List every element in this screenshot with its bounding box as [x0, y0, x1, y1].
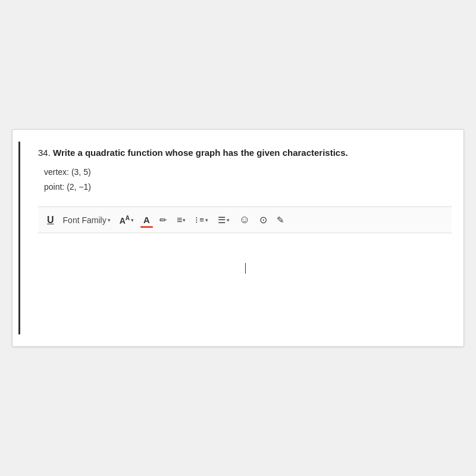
- font-family-dropdown-arrow: ▾: [108, 217, 111, 223]
- text-cursor: [245, 263, 246, 274]
- answer-area[interactable]: [38, 233, 452, 328]
- bullet-list-dropdown-arrow: ▾: [227, 217, 230, 223]
- question-details: vertex: (3, 5) point: (2, −1): [38, 165, 452, 195]
- font-family-selector[interactable]: Font Family ▾: [61, 214, 113, 227]
- aa-text: AA: [120, 215, 130, 226]
- emoji-button[interactable]: ☺: [236, 212, 253, 228]
- numbered-list-icon: ⁝: [195, 215, 198, 226]
- bullet-list-icon: ☰: [218, 215, 226, 226]
- align-left-button[interactable]: ≡ ▾: [174, 213, 189, 227]
- draw-button[interactable]: ✎: [274, 213, 287, 227]
- highlight-icon: ✏: [159, 215, 167, 226]
- question-section: 34. Write a quadratic function whose gra…: [18, 142, 464, 334]
- font-size-button[interactable]: AA ▾: [117, 213, 137, 227]
- numbered-list-dropdown-arrow: ▾: [205, 217, 208, 223]
- bullet-list-button[interactable]: ☰ ▾: [215, 213, 233, 227]
- draw-icon: ✎: [277, 215, 284, 226]
- question-label: Write a quadratic function whose graph h…: [53, 148, 348, 158]
- highlight-button[interactable]: ✏: [156, 213, 170, 227]
- underline-button[interactable]: U: [44, 213, 57, 227]
- question-num-text: 34.: [38, 148, 51, 158]
- font-color-button[interactable]: A: [140, 213, 153, 227]
- link-icon: ⊙: [259, 214, 267, 226]
- font-color-label: A: [143, 215, 150, 225]
- point-text: point: (2, −1): [44, 180, 452, 195]
- align-left-icon: ≡: [177, 215, 181, 226]
- link-button[interactable]: ⊙: [256, 212, 270, 227]
- question-number: 34. Write a quadratic function whose gra…: [38, 148, 452, 158]
- font-family-label: Font Family: [63, 215, 107, 225]
- align-dropdown-arrow: ▾: [183, 217, 186, 223]
- page-container: 34. Write a quadratic function whose gra…: [12, 129, 464, 347]
- emoji-icon: ☺: [239, 214, 250, 226]
- numbered-list-lines: ≡: [199, 215, 204, 224]
- toolbar: U Font Family ▾ AA ▾ A ✏ ≡ ▾: [38, 206, 452, 233]
- vertex-text: vertex: (3, 5): [44, 165, 452, 180]
- numbered-list-button[interactable]: ⁝ ≡ ▾: [192, 213, 211, 227]
- font-size-dropdown-arrow: ▾: [131, 217, 134, 223]
